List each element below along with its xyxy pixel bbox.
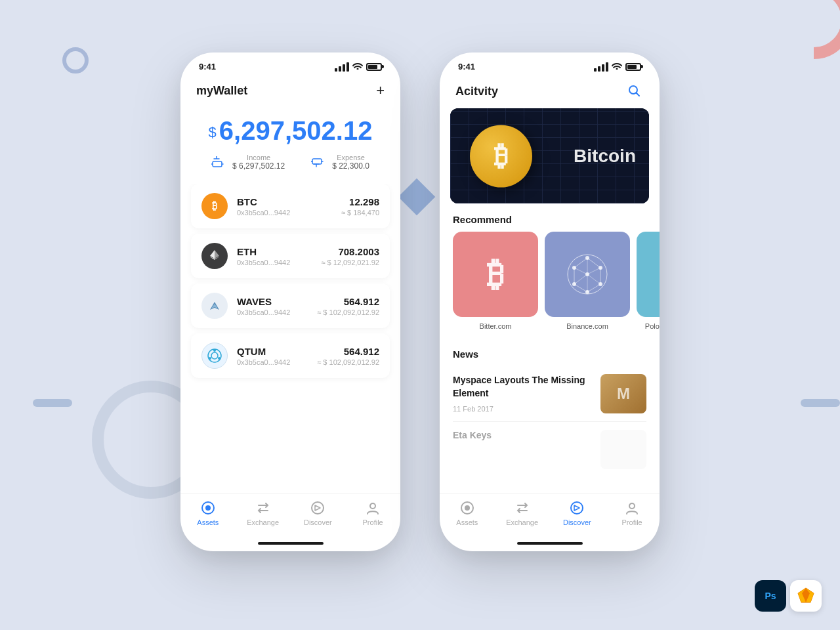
signal-bar-4 (346, 62, 349, 72)
svg-line-24 (587, 258, 600, 268)
svg-marker-42 (798, 593, 802, 602)
news-label: News (453, 348, 646, 366)
add-wallet-button[interactable]: + (376, 82, 385, 99)
news-title-2: Eta Keys (453, 430, 593, 440)
nav-profile-1[interactable]: Profile (345, 500, 400, 526)
bitter-name: Bitter.com (480, 322, 512, 330)
qtum-name: QTUM (237, 346, 317, 357)
phones-wrapper: 9:41 (180, 52, 660, 551)
signal-bar-2 (339, 66, 341, 72)
nav-exchange-2[interactable]: Exchange (495, 500, 550, 526)
recommend-wrap: ₿ Bitter.com (440, 232, 660, 348)
nav-discover-2[interactable]: Discover (550, 500, 605, 526)
svg-point-38 (571, 502, 583, 514)
income-stat: Income $ 6,297,502.12 (211, 154, 285, 171)
wifi-icon-2 (612, 62, 622, 72)
polone-name: Polone (645, 322, 660, 330)
rec-polone-wrap: Polone (637, 232, 660, 330)
profile-icon-2 (624, 500, 640, 516)
battery-icon-1 (366, 63, 382, 71)
news-date-1: 11 Feb 2017 (453, 405, 593, 413)
svg-point-37 (465, 505, 470, 511)
discover-icon-1 (310, 500, 326, 516)
waves-logo (201, 293, 228, 319)
discover-icon-2 (569, 500, 585, 516)
btc-addr: 0x3b5ca0...9442 (237, 209, 341, 217)
news-thumb-img-1: M (600, 374, 646, 413)
nav-discover-1[interactable]: Discover (291, 500, 346, 526)
bitcoin-banner: ₿ Bitcoin (450, 108, 649, 203)
exchange-icon-2 (514, 500, 530, 516)
btc-logo: ₿ (201, 193, 228, 219)
photoshop-icon: Ps (755, 580, 786, 612)
rec-binance-card[interactable] (545, 232, 630, 317)
income-label: Income (232, 154, 285, 161)
income-icon (211, 156, 227, 168)
coin-item-qtum[interactable]: QTUM 0x3b5ca0...9442 564.912 ≈ $ 102,092… (191, 333, 390, 378)
qtum-info: QTUM 0x3b5ca0...9442 (237, 346, 317, 366)
rec-binance-wrap: Binance.com (545, 232, 630, 330)
signal-bar-2-4 (606, 62, 608, 72)
phone-activity: 9:41 (440, 52, 660, 551)
btc-amount: 12.298 (341, 196, 379, 207)
assets-icon-1 (200, 500, 216, 516)
coin-item-eth[interactable]: ETH 0x3b5ca0...9442 708.2003 ≈ $ 12,092,… (191, 234, 390, 278)
recommend-label: Recommend (440, 214, 660, 232)
status-icons-2 (594, 62, 641, 72)
ps-label: Ps (765, 591, 776, 601)
nav-profile-2[interactable]: Profile (604, 500, 660, 526)
binance-network-icon (564, 251, 610, 297)
nav-exchange-label-1: Exchange (247, 518, 279, 526)
svg-line-31 (587, 268, 600, 274)
coin-item-waves[interactable]: WAVES 0x3b5ca0...9442 564.912 ≈ $ 102,09… (191, 284, 390, 328)
btc-info: BTC 0x3b5ca0...9442 (237, 196, 341, 217)
qtum-logo (201, 343, 228, 369)
bitcoin-text-label: Bitcoin (574, 146, 636, 167)
qtum-addr: 0x3b5ca0...9442 (237, 358, 317, 366)
search-button[interactable] (625, 82, 644, 100)
svg-point-39 (629, 503, 635, 509)
nav-discover-label-2: Discover (563, 518, 591, 526)
eth-addr: 0x3b5ca0...9442 (237, 259, 321, 266)
nav-assets-label-1: Assets (197, 518, 219, 526)
signal-bars-1 (335, 62, 349, 72)
expense-icon (311, 156, 327, 168)
svg-rect-0 (213, 161, 222, 167)
signal-bar-2-3 (602, 64, 604, 72)
btc-balance: 12.298 ≈ $ 184,470 (341, 196, 379, 217)
nav-assets-1[interactable]: Assets (180, 500, 236, 526)
rec-bitter-card[interactable]: ₿ (453, 232, 538, 317)
eth-usd: ≈ $ 12,092,021.92 (321, 259, 379, 266)
svg-point-12 (205, 505, 211, 511)
wifi-icon-1 (352, 62, 363, 72)
expense-label: Expense (332, 154, 369, 161)
news-item-1[interactable]: Myspace Layouts The Missing Element 11 F… (453, 366, 646, 422)
activity-header: Acitvity (440, 77, 660, 108)
svg-point-9 (218, 357, 220, 360)
nav-exchange-1[interactable]: Exchange (236, 500, 291, 526)
eth-logo (201, 243, 228, 269)
bitcoin-banner-img: ₿ Bitcoin (450, 108, 649, 203)
svg-point-8 (213, 349, 216, 352)
svg-point-10 (209, 357, 211, 360)
balance-amount: $ 6,297,502.12 (196, 116, 385, 146)
signal-bar-3 (343, 64, 345, 72)
eth-balance: 708.2003 ≈ $ 12,092,021.92 (321, 246, 379, 266)
balance-value: 6,297,502.12 (219, 116, 373, 146)
waves-name: WAVES (237, 296, 317, 307)
news-thumb-2 (600, 430, 646, 469)
recommend-items: ₿ Bitter.com (440, 232, 660, 330)
news-item-2[interactable]: Eta Keys (453, 422, 646, 477)
rec-polone-card[interactable] (637, 232, 660, 317)
nav-assets-2[interactable]: Assets (440, 500, 495, 526)
tool-icons: Ps (755, 580, 822, 612)
svg-point-13 (312, 502, 324, 514)
btc-name: BTC (237, 196, 341, 207)
coin-item-btc[interactable]: ₿ BTC 0x3b5ca0...9442 12.298 ≈ $ 184,470 (191, 184, 390, 228)
signal-bar-2-2 (598, 66, 600, 72)
bg-decoration-circle-pink (774, 0, 840, 59)
svg-point-7 (211, 352, 218, 359)
signal-bar-1 (335, 68, 337, 72)
battery-fill-1 (368, 65, 377, 69)
wallet-header: myWallet + (180, 77, 400, 110)
